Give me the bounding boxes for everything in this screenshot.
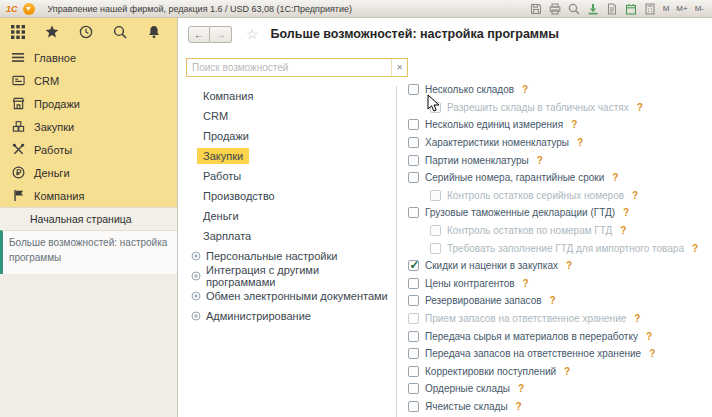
option-row: Несколько складов? bbox=[408, 81, 710, 99]
help-link[interactable]: ? bbox=[523, 278, 529, 289]
checkbox[interactable] bbox=[408, 137, 419, 148]
clear-search-icon[interactable]: ✕ bbox=[391, 59, 407, 76]
sidebar-item[interactable]: Главное bbox=[0, 46, 177, 69]
nav-item[interactable]: Обмен электронными документами bbox=[186, 286, 388, 306]
checkbox[interactable] bbox=[430, 190, 441, 201]
print-icon[interactable] bbox=[549, 3, 561, 15]
help-link[interactable]: ? bbox=[566, 260, 572, 271]
help-link[interactable]: ? bbox=[634, 313, 640, 324]
checkbox[interactable] bbox=[430, 243, 441, 254]
nav-item-label: Деньги bbox=[203, 210, 239, 222]
favorites-star-icon[interactable] bbox=[45, 25, 59, 39]
calendar-icon[interactable] bbox=[625, 3, 637, 15]
help-link[interactable]: ? bbox=[550, 295, 556, 306]
menu-grid-icon[interactable] bbox=[11, 25, 25, 39]
pane-divider bbox=[396, 86, 397, 417]
nav-item-label: Продажи bbox=[203, 130, 249, 142]
checkbox[interactable] bbox=[408, 84, 419, 95]
sidebar-item[interactable]: Деньги bbox=[0, 161, 177, 184]
main-menu-button[interactable]: ▼ bbox=[23, 3, 35, 15]
help-link[interactable]: ? bbox=[637, 102, 643, 113]
help-link[interactable]: ? bbox=[646, 331, 652, 342]
print-page-icon[interactable] bbox=[606, 3, 618, 15]
nav-item[interactable]: Компания bbox=[186, 86, 388, 106]
sidebar: ГлавноеCRMПродажиЗакупкиРаботыДеньгиКомп… bbox=[0, 18, 178, 417]
option-label: Передача запасов на ответственное хранен… bbox=[425, 348, 641, 359]
sidebar-item-label: Закупки bbox=[34, 121, 74, 133]
nav-item[interactable]: Администрирование bbox=[186, 306, 388, 326]
option-row: Корректировки поступлений? bbox=[408, 363, 710, 381]
checkbox[interactable] bbox=[408, 331, 419, 342]
sidebar-item[interactable]: Закупки bbox=[0, 115, 177, 138]
checkbox[interactable] bbox=[408, 313, 419, 324]
help-link[interactable]: ? bbox=[649, 348, 655, 359]
help-link[interactable]: ? bbox=[537, 155, 543, 166]
favorite-star-icon[interactable]: ☆ bbox=[246, 26, 259, 42]
option-row: Партии номенклатуры? bbox=[408, 151, 710, 169]
option-row: Контроль остатков серийных номеров? bbox=[408, 187, 710, 205]
checkbox[interactable] bbox=[408, 383, 419, 394]
search-input[interactable] bbox=[187, 62, 391, 73]
help-link[interactable]: ? bbox=[522, 84, 528, 95]
sidebar-item[interactable]: Компания bbox=[0, 184, 177, 207]
expand-plus-icon bbox=[191, 291, 201, 301]
checkbox[interactable] bbox=[408, 366, 419, 377]
nav-item[interactable]: Продажи bbox=[186, 126, 388, 146]
sidebar-item[interactable]: Работы bbox=[0, 138, 177, 161]
help-link[interactable]: ? bbox=[692, 243, 698, 254]
option-row: Несколько единиц измерения? bbox=[408, 116, 710, 134]
checkbox[interactable] bbox=[408, 172, 419, 183]
checkbox[interactable] bbox=[408, 348, 419, 359]
checkbox[interactable] bbox=[408, 295, 419, 306]
sidebar-item[interactable]: Продажи bbox=[0, 92, 177, 115]
help-link[interactable]: ? bbox=[516, 401, 522, 412]
preview-icon[interactable] bbox=[568, 3, 580, 15]
checkbox[interactable] bbox=[408, 401, 419, 412]
calculator-memory-button[interactable]: M- bbox=[695, 4, 704, 13]
notifications-bell-icon[interactable] bbox=[147, 25, 161, 39]
sidebar-item-label: Главное bbox=[34, 52, 76, 64]
home-label: Начальная страница bbox=[30, 213, 132, 225]
crm-card-icon bbox=[12, 74, 25, 87]
checkbox[interactable] bbox=[408, 207, 419, 218]
option-row: Ячеистые склады? bbox=[408, 398, 710, 416]
help-link[interactable]: ? bbox=[518, 383, 524, 394]
sidebar-item-home[interactable]: Начальная страница bbox=[0, 207, 177, 230]
nav-item[interactable]: Закупки bbox=[186, 146, 388, 166]
option-label: Ячеистые склады bbox=[425, 401, 508, 412]
checkbox[interactable] bbox=[408, 260, 419, 271]
back-button[interactable]: ← bbox=[188, 26, 210, 43]
nav-item[interactable]: Персональные настройки bbox=[186, 246, 388, 266]
nav-item[interactable]: Производство bbox=[186, 186, 388, 206]
open-tab-more-features[interactable]: Больше возможностей: настройка программы bbox=[0, 230, 177, 274]
nav-item[interactable]: CRM bbox=[186, 106, 388, 126]
option-label: Грузовые таможенные декларации (ГТД) bbox=[425, 207, 615, 218]
forward-button[interactable]: → bbox=[210, 26, 232, 43]
search-icon[interactable] bbox=[113, 25, 127, 39]
option-row: Резервирование запасов? bbox=[408, 292, 710, 310]
calculator-memory-button[interactable]: M bbox=[663, 4, 670, 13]
import-icon[interactable] bbox=[587, 3, 599, 15]
help-link[interactable]: ? bbox=[571, 119, 577, 130]
nav-item[interactable]: Деньги bbox=[186, 206, 388, 226]
checkbox[interactable] bbox=[408, 155, 419, 166]
calculator-icon[interactable] bbox=[644, 3, 656, 15]
sidebar-item[interactable]: CRM bbox=[0, 69, 177, 92]
history-clock-icon[interactable] bbox=[79, 25, 93, 39]
help-link[interactable]: ? bbox=[564, 366, 570, 377]
checkbox[interactable] bbox=[430, 225, 441, 236]
help-link[interactable]: ? bbox=[620, 225, 626, 236]
nav-item[interactable]: Интеграция с другими программами bbox=[186, 266, 388, 286]
checkbox[interactable] bbox=[408, 119, 419, 130]
help-link[interactable]: ? bbox=[632, 190, 638, 201]
help-link[interactable]: ? bbox=[623, 207, 629, 218]
help-link[interactable]: ? bbox=[577, 137, 583, 148]
nav-item[interactable]: Работы bbox=[186, 166, 388, 186]
help-link[interactable]: ? bbox=[612, 172, 618, 183]
expand-plus-icon bbox=[191, 311, 201, 321]
nav-item-label: Закупки bbox=[197, 148, 249, 164]
nav-item[interactable]: Зарплата bbox=[186, 226, 388, 246]
calculator-memory-button[interactable]: M+ bbox=[676, 4, 687, 13]
save-icon[interactable] bbox=[530, 3, 542, 15]
checkbox[interactable] bbox=[408, 278, 419, 289]
